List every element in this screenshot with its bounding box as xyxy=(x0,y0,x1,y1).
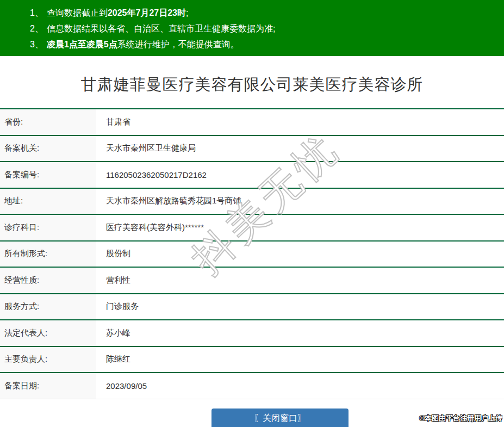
row-label: 地址: xyxy=(0,189,96,214)
table-row-business-nature: 经营性质: 营利性 xyxy=(0,267,504,293)
table-row-principal: 主要负责人: 陈继红 xyxy=(0,346,504,373)
table-row-filing-number: 备案编号: 11620502362050217D2162 xyxy=(0,161,504,188)
table-row-province: 省份: 甘肃省 xyxy=(0,108,504,135)
row-value: 门诊服务 xyxy=(96,294,504,320)
notice-item-3: 3、凌晨1点至凌晨5点系统进行维护，不能提供查询。 xyxy=(30,36,493,52)
row-label: 备案日期: xyxy=(0,373,96,399)
table-row-filing-authority: 备案机关: 天水市秦州区卫生健康局 xyxy=(0,135,504,162)
table-row-filing-date: 备案日期: 2023/09/05 xyxy=(0,372,504,399)
notice-text: 信息数据结果以各省、自治区、直辖市卫生健康委数据为准; xyxy=(47,24,275,33)
notice-text-bold: 凌晨1点至凌晨5点 xyxy=(47,40,117,49)
row-value: 天水市秦州区卫生健康局 xyxy=(96,136,504,162)
row-label: 经营性质: xyxy=(0,268,96,293)
notice-text-bold: 2025年7月27日23时 xyxy=(108,8,186,17)
uploader-watermark: ©本图由平台注册用户上传 xyxy=(419,413,502,423)
notice-item-2: 2、信息数据结果以各省、自治区、直辖市卫生健康委数据为准; xyxy=(30,21,493,36)
notice-number: 3、 xyxy=(30,40,43,49)
table-row-ownership-form: 所有制形式: 股份制 xyxy=(0,240,504,267)
clinic-info-table: 省份: 甘肃省 备案机关: 天水市秦州区卫生健康局 备案编号: 11620502… xyxy=(0,108,504,399)
notice-text: 系统进行维护，不能提供查询。 xyxy=(117,40,239,49)
notice-text: ; xyxy=(186,8,188,17)
row-value: 苏小峰 xyxy=(96,320,504,346)
table-row-legal-representative: 法定代表人: 苏小峰 xyxy=(0,319,504,346)
row-label: 法定代表人: xyxy=(0,320,96,346)
notice-text: 查询数据截止到 xyxy=(47,8,108,17)
page-title: 甘肃婕菲曼医疗美容有限公司莱美医疗美容诊所 xyxy=(0,74,504,96)
row-value: 2023/09/05 xyxy=(96,373,504,399)
notice-number: 1、 xyxy=(30,8,43,17)
row-label: 服务方式: xyxy=(0,294,96,320)
row-label: 主要负责人: xyxy=(0,347,96,373)
row-label: 备案机关: xyxy=(0,136,96,162)
row-label: 备案编号: xyxy=(0,162,96,188)
row-value: 医疗美容科(美容外科)****** xyxy=(96,215,504,240)
close-window-button[interactable]: 〖关闭窗口〗 xyxy=(211,409,349,427)
row-value: 11620502362050217D2162 xyxy=(96,162,504,188)
row-value: 甘肃省 xyxy=(96,109,504,135)
row-value: 陈继红 xyxy=(96,347,504,373)
row-label: 诊疗科目: xyxy=(0,215,96,240)
row-value: 天水市秦州区解放路毓秀花园1号商铺 xyxy=(96,189,504,214)
notice-number: 2、 xyxy=(30,24,43,33)
row-value: 股份制 xyxy=(96,242,504,267)
notice-banner: 1、查询数据截止到2025年7月27日23时; 2、信息数据结果以各省、自治区、… xyxy=(0,0,504,56)
row-value: 营利性 xyxy=(96,268,504,293)
table-row-service-mode: 服务方式: 门诊服务 xyxy=(0,293,504,320)
table-row-medical-subjects: 诊疗科目: 医疗美容科(美容外科)****** xyxy=(0,214,504,240)
row-label: 所有制形式: xyxy=(0,242,96,267)
notice-item-1: 1、查询数据截止到2025年7月27日23时; xyxy=(30,5,493,21)
row-label: 省份: xyxy=(0,109,96,135)
table-row-address: 地址: 天水市秦州区解放路毓秀花园1号商铺 xyxy=(0,188,504,214)
